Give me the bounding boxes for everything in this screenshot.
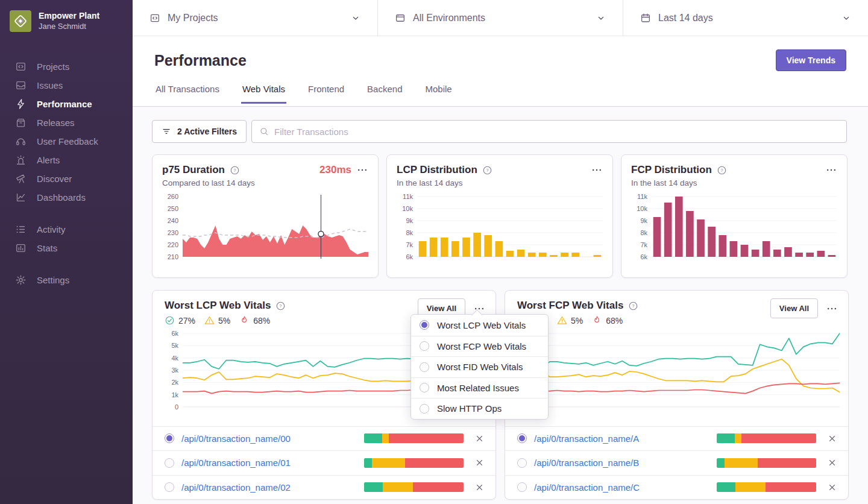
sidebar-item-alerts[interactable]: Alerts (0, 151, 133, 169)
sidebar-item-label: Releases (37, 118, 75, 128)
tab-frontend[interactable]: Frontend (307, 84, 345, 104)
projects-icon (149, 13, 160, 24)
page-title: Performance (154, 52, 247, 69)
transaction-radio[interactable] (165, 482, 174, 492)
close-icon[interactable] (827, 433, 837, 444)
org-switcher[interactable]: Empower Plant Jane Schmidt (0, 0, 133, 42)
fcp-distribution-chart: 11k10k9k8k7k6k (631, 195, 837, 259)
meh-segment (735, 433, 742, 443)
more-options-button[interactable] (825, 164, 837, 176)
calendar-icon (640, 13, 651, 24)
transaction-radio[interactable] (517, 433, 527, 443)
transaction-link[interactable]: /api/0/transaction_name/01 (181, 458, 357, 468)
line-chart (535, 332, 840, 409)
bar-chart (652, 195, 837, 259)
tab-mobile[interactable]: Mobile (424, 84, 453, 104)
help-icon[interactable] (482, 165, 492, 175)
vitals-stat: 68% (239, 315, 270, 326)
menu-item-worst-lcp-web-vitals[interactable]: Worst LCP Web Vitals (411, 315, 548, 336)
menu-item-radio[interactable] (420, 341, 429, 351)
transaction-radio[interactable] (165, 433, 174, 443)
help-icon[interactable] (717, 165, 727, 175)
transaction-row: /api/0/transaction_name/A (505, 426, 848, 451)
card-subtitle: In the last 14 days (631, 178, 837, 187)
transaction-link[interactable]: /api/0/transaction_name/C (534, 482, 709, 493)
menu-item-worst-fcp-web-vitals[interactable]: Worst FCP Web Vitals (411, 336, 548, 357)
menu-item-radio[interactable] (420, 362, 429, 372)
global-selection-bar: My ProjectsAll EnvironmentsLast 14 days (133, 0, 868, 36)
meh-segment (372, 458, 404, 468)
y-axis-label: 2k (171, 379, 178, 386)
sidebar-item-label: Stats (37, 243, 57, 253)
help-icon[interactable] (628, 301, 638, 311)
sidebar-item-performance[interactable]: Performance (0, 95, 133, 113)
close-icon[interactable] (474, 458, 485, 468)
selector-label: My Projects (168, 13, 218, 24)
y-axis-label: 6k (406, 253, 413, 260)
sidebar-item-user-feedback[interactable]: User Feedback (0, 132, 133, 151)
vitals-stat: 5% (204, 315, 230, 326)
search-icon (259, 127, 269, 136)
menu-item-worst-fid-web-vitals[interactable]: Worst FID Web Vitals (411, 356, 548, 377)
menu-item-label: Worst FID Web Vitals (437, 362, 523, 372)
menu-item-most-related-issues[interactable]: Most Related Issues (411, 377, 548, 398)
more-options-button[interactable] (591, 164, 603, 176)
sidebar-item-discover[interactable]: Discover (0, 169, 133, 188)
menu-item-radio[interactable] (420, 404, 429, 414)
view-trends-button[interactable]: View Trends (776, 49, 846, 71)
close-icon[interactable] (827, 458, 837, 468)
close-icon[interactable] (474, 482, 485, 493)
all-environments-selector[interactable]: All Environments (377, 0, 623, 36)
good-segment (717, 458, 725, 468)
vitals-stat-value: 5% (218, 316, 230, 326)
meh-segment (725, 458, 757, 468)
y-axis-label: 260 (168, 193, 178, 200)
more-options-button[interactable] (826, 303, 838, 315)
y-axis-label: 9k (640, 217, 647, 224)
active-filters-button[interactable]: 2 Active Filters (152, 120, 247, 143)
close-icon[interactable] (474, 433, 485, 444)
more-options-button[interactable] (356, 164, 368, 176)
transaction-link[interactable]: /api/0/transaction_name/B (534, 458, 709, 468)
tab-all-transactions[interactable]: All Transactions (154, 84, 221, 104)
my-projects-selector[interactable]: My Projects (133, 0, 377, 36)
transaction-row: /api/0/transaction_name/01 (153, 450, 495, 475)
org-logo (10, 10, 31, 32)
window-icon (395, 13, 406, 24)
sidebar-item-label: Issues (37, 80, 63, 90)
sidebar-item-projects[interactable]: Projects (0, 57, 133, 76)
issues-icon (15, 80, 27, 91)
vitals-stat-value: 68% (606, 316, 623, 326)
vitals-breakdown-bar (717, 482, 816, 492)
search-input[interactable] (274, 127, 839, 137)
sidebar-item-releases[interactable]: Releases (0, 113, 133, 132)
transaction-link[interactable]: /api/0/transaction_name/02 (181, 482, 357, 493)
transaction-link[interactable]: /api/0/transaction_name/00 (181, 433, 357, 444)
y-axis-label: 3k (171, 367, 178, 374)
meh-segment (382, 433, 389, 443)
transaction-radio[interactable] (517, 458, 527, 468)
tab-web-vitals[interactable]: Web Vitals (241, 84, 286, 104)
transaction-link[interactable]: /api/0/transaction_name/A (534, 433, 709, 444)
menu-item-slow-http-ops[interactable]: Slow HTTP Ops (411, 398, 548, 419)
transaction-radio[interactable] (165, 458, 174, 468)
y-axis-label: 250 (168, 205, 178, 212)
sidebar-item-dashboards[interactable]: Dashboards (0, 188, 133, 207)
help-icon[interactable] (230, 165, 240, 175)
sidebar-item-issues[interactable]: Issues (0, 76, 133, 95)
tab-backend[interactable]: Backend (366, 84, 403, 104)
menu-item-radio[interactable] (420, 320, 429, 330)
sidebar-item-label: Discover (37, 174, 72, 184)
help-icon[interactable] (275, 301, 286, 311)
menu-item-radio[interactable] (420, 383, 429, 392)
poor-segment (389, 433, 464, 443)
sidebar-item-settings[interactable]: Settings (0, 271, 133, 289)
close-icon[interactable] (827, 482, 837, 493)
y-axis-label: 7k (640, 241, 647, 248)
last-14-days-selector[interactable]: Last 14 days (623, 0, 868, 36)
transaction-radio[interactable] (517, 482, 527, 492)
view-all-button[interactable]: View All (770, 298, 818, 318)
y-axis-label: 8k (406, 229, 413, 236)
sidebar-item-activity[interactable]: Activity (0, 220, 133, 239)
sidebar-item-stats[interactable]: Stats (0, 239, 133, 257)
